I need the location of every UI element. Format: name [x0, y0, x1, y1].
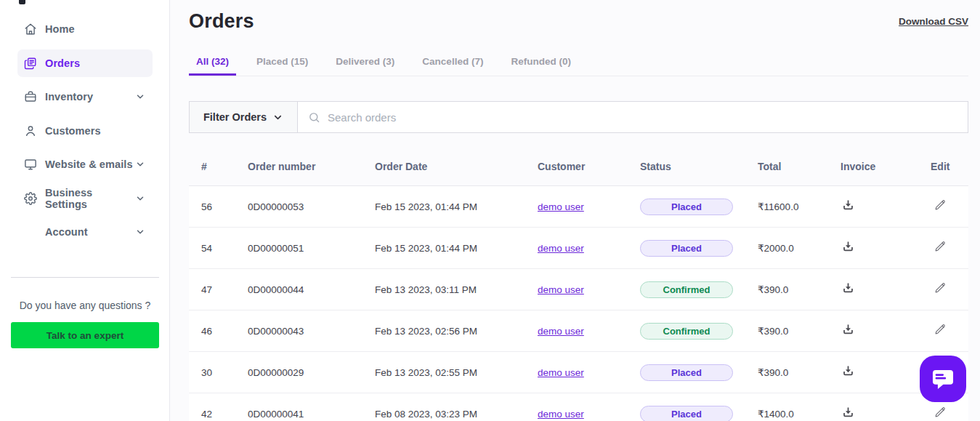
status-badge: Placed: [640, 364, 733, 381]
home-icon: [24, 23, 37, 36]
order-total: ₹390.0: [758, 325, 841, 337]
sidebar-question-text: Do you have any questions ?: [0, 300, 170, 311]
sidebar-item-website-emails[interactable]: Website & emails: [17, 151, 153, 178]
customer-link[interactable]: demo user: [538, 201, 584, 212]
search-wrap: [298, 102, 968, 132]
order-date: Feb 15 2023, 01:44 PM: [375, 201, 538, 212]
order-total: ₹2000.0: [758, 242, 841, 254]
main-content: Orders Download CSV All (32)Placed (15)D…: [170, 0, 980, 421]
page-title: Orders: [189, 10, 254, 33]
column-header-edit: Edit: [931, 161, 968, 172]
chevron-down-icon: [135, 159, 145, 169]
tab-refunded-0[interactable]: Refunded (0): [503, 52, 578, 76]
sidebar-item-label: Orders: [45, 57, 80, 69]
customer-link[interactable]: demo user: [538, 409, 584, 420]
row-id: 42: [201, 409, 248, 420]
order-total: ₹11600.0: [758, 201, 841, 212]
order-total: ₹390.0: [758, 284, 841, 295]
order-date: Feb 08 2023, 03:23 PM: [375, 409, 538, 420]
edit-pencil-icon[interactable]: [934, 323, 947, 336]
download-invoice-icon[interactable]: [841, 406, 855, 420]
customer-link[interactable]: demo user: [538, 367, 584, 378]
row-id: 56: [201, 201, 248, 212]
sidebar-item-orders[interactable]: Orders: [17, 49, 153, 77]
row-id: 47: [201, 284, 248, 295]
column-header-status: Status: [640, 161, 758, 172]
tab-all-32[interactable]: All (32): [189, 52, 236, 76]
table-header: #Order numberOrder DateCustomerStatusTot…: [189, 148, 968, 185]
table-row: 420D00000041Feb 08 2023, 03:23 PMdemo us…: [189, 393, 968, 421]
row-id: 46: [201, 326, 248, 337]
sidebar-item-label: Customers: [45, 125, 101, 137]
status-badge: Confirmed: [640, 281, 733, 298]
sidebar: HomeOrdersInventoryCustomersWebsite & em…: [0, 0, 170, 421]
filter-orders-button[interactable]: Filter Orders: [190, 102, 298, 132]
sidebar-item-account[interactable]: Account: [17, 218, 153, 246]
download-invoice-icon[interactable]: [841, 281, 855, 295]
orders-table: 560D00000053Feb 15 2023, 01:44 PMdemo us…: [189, 185, 968, 421]
table-row: 560D00000053Feb 15 2023, 01:44 PMdemo us…: [189, 186, 968, 228]
sidebar-item-label: Website & emails: [45, 159, 133, 170]
row-id: 30: [201, 367, 248, 378]
sidebar-item-label: Account: [45, 226, 88, 238]
sidebar-item-label: Business Settings: [45, 187, 135, 210]
chevron-down-icon: [135, 92, 145, 102]
website-icon: [24, 158, 37, 171]
edit-pencil-icon[interactable]: [934, 199, 947, 212]
chat-launcher-button[interactable]: [920, 356, 966, 402]
table-row: 540D00000051Feb 15 2023, 01:44 PMdemo us…: [189, 228, 968, 269]
sidebar-item-label: Inventory: [45, 91, 93, 103]
order-date: Feb 15 2023, 01:44 PM: [375, 243, 538, 254]
inventory-icon: [24, 90, 37, 103]
edit-pencil-icon[interactable]: [934, 406, 947, 419]
edit-pencil-icon[interactable]: [934, 281, 947, 294]
chevron-down-icon: [135, 227, 145, 237]
no-icon: [24, 225, 37, 238]
order-date: Feb 13 2023, 02:55 PM: [375, 367, 538, 378]
order-number: 0D00000029: [248, 367, 375, 378]
status-badge: Confirmed: [640, 323, 733, 340]
page-header: Orders Download CSV: [189, 0, 968, 33]
customers-icon: [24, 124, 37, 137]
order-number: 0D00000051: [248, 243, 375, 254]
download-invoice-icon[interactable]: [841, 323, 855, 337]
sidebar-item-inventory[interactable]: Inventory: [17, 83, 153, 111]
sidebar-item-business-settings[interactable]: Business Settings: [17, 185, 153, 212]
screen-edge-artifact: [19, 0, 25, 4]
tab-cancelled-7[interactable]: Cancelled (7): [415, 52, 490, 76]
customer-link[interactable]: demo user: [538, 326, 584, 337]
sidebar-item-customers[interactable]: Customers: [17, 117, 153, 145]
column-header-total: Total: [758, 161, 841, 172]
sidebar-nav: HomeOrdersInventoryCustomersWebsite & em…: [0, 0, 169, 246]
order-number: 0D00000044: [248, 284, 375, 295]
sidebar-item-label: Home: [45, 23, 75, 35]
customer-link[interactable]: demo user: [538, 243, 584, 254]
status-badge: Placed: [640, 406, 733, 421]
chevron-down-icon: [135, 193, 145, 204]
order-total: ₹390.0: [758, 366, 841, 378]
tab-delivered-3[interactable]: Delivered (3): [328, 52, 402, 76]
customer-link[interactable]: demo user: [538, 284, 584, 295]
settings-icon: [24, 192, 37, 205]
row-id: 54: [201, 243, 248, 254]
download-invoice-icon[interactable]: [841, 240, 855, 254]
status-badge: Placed: [640, 199, 733, 215]
order-date: Feb 13 2023, 02:56 PM: [375, 326, 538, 337]
sidebar-item-home[interactable]: Home: [17, 15, 153, 43]
filter-bar: Filter Orders: [189, 101, 968, 133]
download-csv-link[interactable]: Download CSV: [899, 16, 968, 27]
search-orders-input[interactable]: [320, 111, 968, 124]
column-header-order-number: Order number: [248, 161, 375, 172]
talk-to-expert-button[interactable]: Talk to an expert: [11, 322, 159, 348]
download-invoice-icon[interactable]: [841, 199, 855, 212]
orders-icon: [24, 57, 37, 70]
download-invoice-icon[interactable]: [841, 364, 855, 378]
edit-pencil-icon[interactable]: [934, 240, 947, 253]
table-row: 470D00000044Feb 13 2023, 03:11 PMdemo us…: [189, 269, 968, 310]
tab-placed-15[interactable]: Placed (15): [249, 52, 315, 76]
order-total: ₹1400.0: [758, 408, 841, 420]
column-header-customer: Customer: [538, 161, 640, 172]
chevron-down-icon: [272, 112, 283, 123]
order-number: 0D00000043: [248, 326, 375, 337]
chat-bubble-icon: [931, 366, 955, 391]
